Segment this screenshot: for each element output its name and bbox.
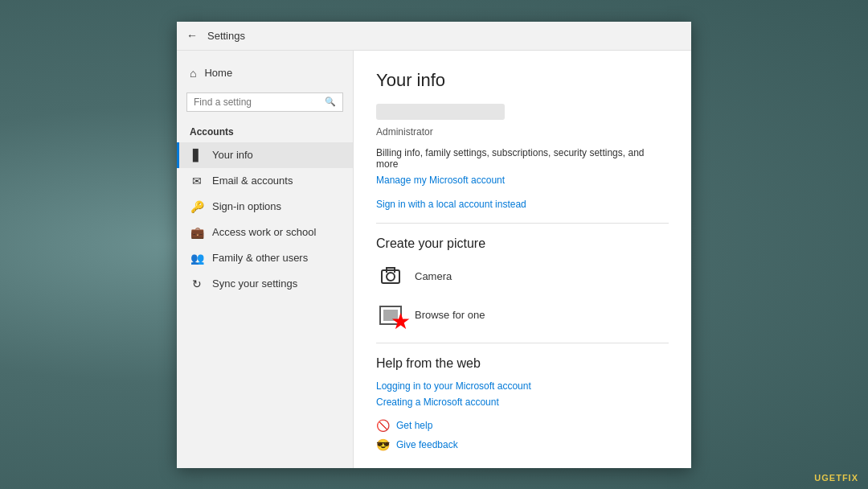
search-input[interactable] [194,97,325,108]
sidebar-item-label-work: Access work or school [212,226,316,238]
footer-links: 🚫 Get help 😎 Give feedback [376,419,669,451]
sidebar-item-sync[interactable]: ↻ Sync your settings [177,271,353,297]
camera-icon-wrap [376,262,405,291]
divider-1 [376,223,669,224]
sidebar-item-email-accounts[interactable]: ✉ Email & accounts [177,168,353,194]
create-picture-title: Create your picture [376,236,669,251]
content-area: ⌂ Home 🔍 Accounts ▋ Your info ✉ Email & … [177,51,691,468]
search-box: 🔍 [186,92,343,112]
camera-label: Camera [415,270,452,282]
give-feedback-item[interactable]: 😎 Give feedback [376,438,669,451]
sidebar-item-family[interactable]: 👥 Family & other users [177,245,353,271]
sidebar-item-sign-in[interactable]: 🔑 Sign-in options [177,194,353,220]
sidebar-item-label-your-info: Your info [212,149,253,161]
help-title: Help from the web [376,356,669,371]
camera-option[interactable]: Camera [376,262,669,291]
sidebar-item-label-family: Family & other users [212,252,308,264]
title-bar: ← Settings [177,22,691,51]
search-icon: 🔍 [325,97,336,107]
home-icon: ⌂ [190,67,196,80]
local-account-link[interactable]: Sign in with a local account instead [376,199,669,210]
feedback-label: Give feedback [396,439,458,450]
get-help-item[interactable]: 🚫 Get help [376,419,669,432]
sidebar-item-home[interactable]: ⌂ Home [177,60,353,86]
camera-icon [381,269,400,284]
sign-in-icon: 🔑 [190,200,204,213]
home-label: Home [204,67,232,79]
billing-text: Billing info, family settings, subscript… [376,147,669,170]
sync-icon: ↻ [190,277,204,290]
your-info-icon: ▋ [190,149,204,162]
sidebar-item-label-sync: Sync your settings [212,277,297,290]
browse-option[interactable]: Browse for one ★ [376,301,669,330]
feedback-icon: 😎 [376,438,390,451]
help-link-login[interactable]: Logging in to your Microsoft account [376,380,669,392]
browse-icon [379,306,402,325]
window-title: Settings [207,30,245,42]
sidebar-item-work-school[interactable]: 💼 Access work or school [177,220,353,245]
main-content: Your info Administrator Billing info, fa… [354,51,691,468]
back-button[interactable]: ← [186,29,198,42]
settings-window: ← Settings ⌂ Home 🔍 Accounts ▋ Your info [177,22,691,468]
page-title: Your info [376,70,669,91]
get-help-label: Get help [396,420,432,431]
sidebar-item-label-email: Email & accounts [212,175,293,187]
browse-icon-wrap-outer [376,301,405,330]
watermark: UGETFIX [814,473,858,483]
manage-account-link[interactable]: Manage my Microsoft account [376,175,669,186]
get-help-icon: 🚫 [376,419,390,432]
help-link-create[interactable]: Creating a Microsoft account [376,397,669,408]
browse-label: Browse for one [415,309,485,321]
divider-2 [376,343,669,343]
family-icon: 👥 [190,252,204,265]
user-role: Administrator [376,126,669,138]
email-icon: ✉ [190,175,204,187]
sidebar: ⌂ Home 🔍 Accounts ▋ Your info ✉ Email & … [177,51,354,468]
sidebar-section-title: Accounts [177,118,353,142]
work-icon: 💼 [190,226,204,239]
sidebar-item-label-signin: Sign-in options [212,200,281,212]
user-name-blurred [376,104,505,120]
sidebar-item-your-info[interactable]: ▋ Your info [177,142,353,168]
